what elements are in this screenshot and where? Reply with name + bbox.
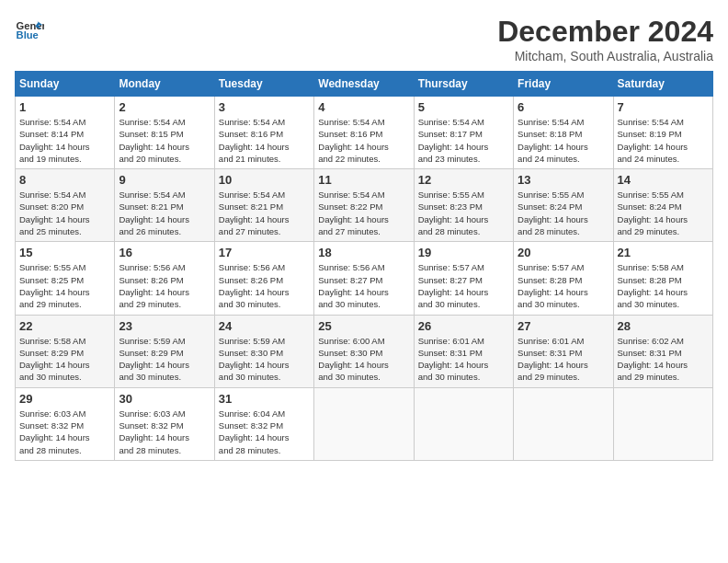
location-title: Mitcham, South Australia, Australia [497, 49, 713, 63]
day-number: 19 [418, 246, 509, 259]
day-number: 13 [518, 173, 609, 187]
calendar-cell: 5Sunrise: 5:54 AM Sunset: 8:17 PM Daylig… [414, 97, 513, 169]
day-info: Sunrise: 5:54 AM Sunset: 8:21 PM Dayligh… [119, 189, 210, 237]
calendar-cell: 1Sunrise: 5:54 AM Sunset: 8:14 PM Daylig… [16, 97, 115, 169]
day-info: Sunrise: 5:57 AM Sunset: 8:27 PM Dayligh… [418, 261, 509, 310]
day-info: Sunrise: 6:04 AM Sunset: 8:32 PM Dayligh… [219, 408, 310, 456]
header-cell-wednesday: Wednesday [314, 72, 414, 97]
calendar-cell: 25Sunrise: 6:00 AM Sunset: 8:30 PM Dayli… [314, 315, 414, 387]
day-number: 5 [418, 100, 509, 114]
day-number: 9 [119, 173, 210, 187]
calendar-cell: 15Sunrise: 5:55 AM Sunset: 8:25 PM Dayli… [16, 242, 115, 315]
calendar-cell: 10Sunrise: 5:54 AM Sunset: 8:21 PM Dayli… [214, 169, 313, 242]
day-info: Sunrise: 5:56 AM Sunset: 8:26 PM Dayligh… [119, 261, 210, 310]
day-number: 8 [19, 173, 110, 187]
calendar-cell: 12Sunrise: 5:55 AM Sunset: 8:23 PM Dayli… [414, 169, 513, 242]
day-number: 21 [618, 246, 709, 259]
calendar-body: 1Sunrise: 5:54 AM Sunset: 8:14 PM Daylig… [16, 97, 713, 461]
day-number: 29 [19, 392, 110, 406]
day-info: Sunrise: 5:54 AM Sunset: 8:16 PM Dayligh… [219, 116, 310, 165]
calendar-cell: 7Sunrise: 5:54 AM Sunset: 8:19 PM Daylig… [613, 97, 712, 169]
day-info: Sunrise: 5:56 AM Sunset: 8:26 PM Dayligh… [219, 261, 310, 310]
calendar-cell: 26Sunrise: 6:01 AM Sunset: 8:31 PM Dayli… [414, 315, 513, 387]
day-number: 12 [418, 173, 509, 187]
calendar-week-4: 22Sunrise: 5:58 AM Sunset: 8:29 PM Dayli… [16, 315, 713, 387]
day-info: Sunrise: 5:55 AM Sunset: 8:23 PM Dayligh… [418, 189, 509, 237]
title-area: December 2024 Mitcham, South Australia, … [497, 15, 713, 63]
day-number: 31 [219, 392, 310, 406]
day-number: 26 [418, 319, 509, 333]
day-info: Sunrise: 6:02 AM Sunset: 8:31 PM Dayligh… [618, 335, 709, 384]
day-number: 3 [219, 100, 310, 114]
day-info: Sunrise: 5:54 AM Sunset: 8:19 PM Dayligh… [618, 116, 709, 165]
day-number: 20 [518, 246, 609, 259]
month-title: December 2024 [497, 15, 713, 49]
calendar-week-5: 29Sunrise: 6:03 AM Sunset: 8:32 PM Dayli… [16, 387, 713, 460]
header-cell-tuesday: Tuesday [214, 72, 313, 97]
calendar-cell: 23Sunrise: 5:59 AM Sunset: 8:29 PM Dayli… [115, 315, 214, 387]
header: General Blue December 2024 Mitcham, Sout… [15, 15, 713, 63]
day-info: Sunrise: 5:54 AM Sunset: 8:15 PM Dayligh… [119, 116, 210, 165]
day-info: Sunrise: 5:54 AM Sunset: 8:14 PM Dayligh… [19, 116, 110, 165]
header-cell-sunday: Sunday [16, 72, 115, 97]
day-number: 24 [219, 319, 310, 333]
day-info: Sunrise: 5:54 AM Sunset: 8:18 PM Dayligh… [518, 116, 609, 165]
day-number: 11 [318, 173, 409, 187]
day-number: 22 [19, 319, 110, 333]
logo: General Blue [15, 15, 44, 44]
calendar-cell: 20Sunrise: 5:57 AM Sunset: 8:28 PM Dayli… [514, 242, 613, 315]
day-number: 23 [119, 319, 210, 333]
day-number: 10 [219, 173, 310, 187]
calendar-cell: 31Sunrise: 6:04 AM Sunset: 8:32 PM Dayli… [214, 387, 313, 460]
calendar-week-1: 1Sunrise: 5:54 AM Sunset: 8:14 PM Daylig… [16, 97, 713, 169]
day-info: Sunrise: 6:01 AM Sunset: 8:31 PM Dayligh… [518, 335, 609, 384]
calendar-cell: 27Sunrise: 6:01 AM Sunset: 8:31 PM Dayli… [514, 315, 613, 387]
calendar-cell: 30Sunrise: 6:03 AM Sunset: 8:32 PM Dayli… [115, 387, 214, 460]
day-number: 7 [618, 100, 709, 114]
day-number: 28 [618, 319, 709, 333]
header-row: SundayMondayTuesdayWednesdayThursdayFrid… [16, 72, 713, 97]
calendar-table: SundayMondayTuesdayWednesdayThursdayFrid… [15, 71, 713, 461]
day-number: 4 [318, 100, 409, 114]
calendar-cell: 2Sunrise: 5:54 AM Sunset: 8:15 PM Daylig… [115, 97, 214, 169]
day-info: Sunrise: 5:56 AM Sunset: 8:27 PM Dayligh… [318, 261, 409, 310]
calendar-cell: 29Sunrise: 6:03 AM Sunset: 8:32 PM Dayli… [16, 387, 115, 460]
calendar-cell [314, 387, 414, 460]
calendar-cell: 24Sunrise: 5:59 AM Sunset: 8:30 PM Dayli… [214, 315, 313, 387]
calendar-cell: 6Sunrise: 5:54 AM Sunset: 8:18 PM Daylig… [514, 97, 613, 169]
calendar-cell: 3Sunrise: 5:54 AM Sunset: 8:16 PM Daylig… [214, 97, 313, 169]
day-number: 25 [318, 319, 409, 333]
day-number: 14 [618, 173, 709, 187]
calendar-cell: 11Sunrise: 5:54 AM Sunset: 8:22 PM Dayli… [314, 169, 414, 242]
day-info: Sunrise: 5:54 AM Sunset: 8:21 PM Dayligh… [219, 189, 310, 237]
header-cell-friday: Friday [514, 72, 613, 97]
day-info: Sunrise: 5:54 AM Sunset: 8:22 PM Dayligh… [318, 189, 409, 237]
day-info: Sunrise: 5:59 AM Sunset: 8:29 PM Dayligh… [119, 335, 210, 384]
day-info: Sunrise: 6:01 AM Sunset: 8:31 PM Dayligh… [418, 335, 509, 384]
day-info: Sunrise: 5:55 AM Sunset: 8:24 PM Dayligh… [518, 189, 609, 237]
calendar-cell: 22Sunrise: 5:58 AM Sunset: 8:29 PM Dayli… [16, 315, 115, 387]
calendar-cell: 28Sunrise: 6:02 AM Sunset: 8:31 PM Dayli… [613, 315, 712, 387]
day-info: Sunrise: 5:55 AM Sunset: 8:24 PM Dayligh… [618, 189, 709, 237]
day-number: 16 [119, 246, 210, 259]
day-info: Sunrise: 5:54 AM Sunset: 8:16 PM Dayligh… [318, 116, 409, 165]
day-info: Sunrise: 6:03 AM Sunset: 8:32 PM Dayligh… [119, 408, 210, 456]
calendar-cell [514, 387, 613, 460]
day-number: 17 [219, 246, 310, 259]
day-number: 2 [119, 100, 210, 114]
calendar-cell: 13Sunrise: 5:55 AM Sunset: 8:24 PM Dayli… [514, 169, 613, 242]
logo-icon: General Blue [15, 15, 44, 44]
calendar-week-3: 15Sunrise: 5:55 AM Sunset: 8:25 PM Dayli… [16, 242, 713, 315]
day-info: Sunrise: 5:58 AM Sunset: 8:28 PM Dayligh… [618, 261, 709, 310]
header-cell-monday: Monday [115, 72, 214, 97]
day-number: 15 [19, 246, 110, 259]
day-info: Sunrise: 6:03 AM Sunset: 8:32 PM Dayligh… [19, 408, 110, 456]
svg-text:Blue: Blue [17, 29, 39, 40]
header-cell-saturday: Saturday [613, 72, 712, 97]
day-info: Sunrise: 6:00 AM Sunset: 8:30 PM Dayligh… [318, 335, 409, 384]
day-info: Sunrise: 5:55 AM Sunset: 8:25 PM Dayligh… [19, 261, 110, 310]
day-info: Sunrise: 5:54 AM Sunset: 8:17 PM Dayligh… [418, 116, 509, 165]
calendar-cell: 9Sunrise: 5:54 AM Sunset: 8:21 PM Daylig… [115, 169, 214, 242]
calendar-cell: 4Sunrise: 5:54 AM Sunset: 8:16 PM Daylig… [314, 97, 414, 169]
calendar-week-2: 8Sunrise: 5:54 AM Sunset: 8:20 PM Daylig… [16, 169, 713, 242]
